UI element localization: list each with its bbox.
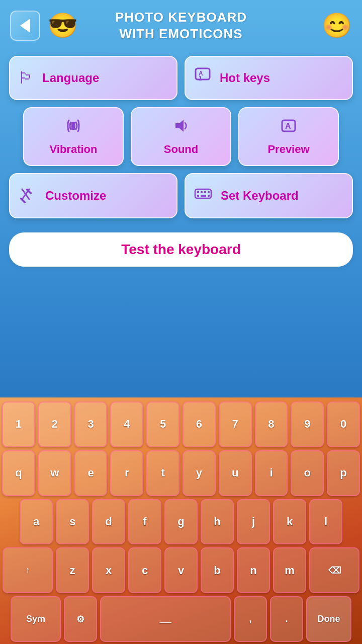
key-r[interactable]: r	[110, 450, 143, 496]
keyboard-row-numbers: 1 2 3 4 5 6 7 8 9 0	[2, 401, 360, 447]
vibration-button[interactable]: Vibration	[23, 107, 124, 166]
svg-rect-3	[71, 122, 75, 130]
test-keyboard-field[interactable]: Test the keyboard	[9, 232, 353, 267]
language-label: Language	[42, 71, 99, 85]
key-m[interactable]: m	[273, 547, 306, 593]
key-j[interactable]: j	[237, 499, 270, 545]
keyboard-row-asdf: a s d f g h j k l	[2, 499, 360, 545]
svg-marker-4	[175, 120, 184, 132]
svg-rect-16	[197, 195, 199, 197]
key-x[interactable]: x	[92, 547, 125, 593]
customize-button[interactable]: Customize	[9, 173, 177, 218]
key-b[interactable]: b	[201, 547, 234, 593]
app-title: PHOTO KEYBOARD WITH EMOTICONS	[115, 9, 247, 42]
key-n[interactable]: n	[237, 547, 270, 593]
key-1[interactable]: 1	[2, 401, 35, 447]
key-space[interactable]: ___	[100, 596, 231, 642]
key-d[interactable]: d	[92, 499, 125, 545]
sound-label: Sound	[164, 143, 198, 156]
set-keyboard-label: Set Keyboard	[221, 189, 299, 203]
keyboard-icon	[194, 184, 213, 207]
settings-area: 🏳 Language A 1 Hot keys	[0, 51, 362, 230]
key-t[interactable]: t	[146, 450, 179, 496]
sound-button[interactable]: Sound	[131, 107, 231, 166]
svg-rect-13	[201, 191, 203, 193]
key-f[interactable]: f	[128, 499, 161, 545]
keyboard-row-zxcv: ↑ z x c v b n m ⌫	[2, 547, 360, 593]
keyboard-row-qwerty: q w e r t y u i o p	[2, 450, 360, 496]
hotkeys-icon: A 1	[194, 67, 212, 89]
row-language-hotkeys: 🏳 Language A 1 Hot keys	[9, 56, 353, 100]
row-vibration-sound-preview: Vibration Sound A Preview	[9, 107, 353, 166]
key-u[interactable]: u	[219, 450, 252, 496]
key-gear[interactable]: ⚙	[64, 596, 97, 642]
back-button[interactable]	[10, 11, 40, 41]
key-6[interactable]: 6	[183, 401, 216, 447]
svg-text:A: A	[285, 122, 291, 130]
key-2[interactable]: 2	[38, 401, 71, 447]
emoji-sunglasses: 😎	[48, 12, 78, 40]
keyboard-area: 1 2 3 4 5 6 7 8 9 0 q w e r t y u i o p …	[0, 397, 362, 644]
svg-rect-17	[201, 195, 206, 197]
key-w[interactable]: w	[38, 450, 71, 496]
customize-label: Customize	[45, 189, 106, 203]
svg-text:1: 1	[199, 75, 202, 82]
key-o[interactable]: o	[291, 450, 324, 496]
key-3[interactable]: 3	[74, 401, 108, 447]
key-z[interactable]: z	[56, 547, 89, 593]
key-0[interactable]: 0	[327, 401, 360, 447]
app-header: 😎 PHOTO KEYBOARD WITH EMOTICONS 😊	[0, 0, 362, 51]
key-i[interactable]: i	[255, 450, 288, 496]
keyboard-rows: 1 2 3 4 5 6 7 8 9 0 q w e r t y u i o p …	[0, 397, 362, 644]
key-y[interactable]: y	[183, 450, 216, 496]
key-comma[interactable]: ,	[234, 596, 267, 642]
preview-label: Preview	[267, 143, 309, 156]
key-p[interactable]: p	[327, 450, 360, 496]
key-8[interactable]: 8	[255, 401, 288, 447]
back-arrow-icon	[20, 19, 30, 33]
key-v[interactable]: v	[164, 547, 198, 593]
preview-icon: A	[280, 117, 297, 138]
key-4[interactable]: 4	[110, 401, 143, 447]
key-a[interactable]: a	[20, 499, 53, 545]
key-done[interactable]: Done	[306, 596, 351, 642]
key-5[interactable]: 5	[146, 401, 179, 447]
keyboard-row-bottom: Sym ⚙ ___ , . Done	[2, 596, 360, 642]
key-period[interactable]: .	[270, 596, 303, 642]
key-s[interactable]: s	[56, 499, 89, 545]
sound-icon	[172, 117, 190, 138]
vibration-icon	[65, 117, 82, 138]
key-h[interactable]: h	[201, 499, 234, 545]
set-keyboard-button[interactable]: Set Keyboard	[185, 173, 353, 218]
test-keyboard-text: Test the keyboard	[121, 242, 241, 258]
key-backspace[interactable]: ⌫	[309, 547, 359, 593]
preview-button[interactable]: A Preview	[238, 107, 339, 166]
emoji-wink: 😊	[322, 12, 352, 40]
language-button[interactable]: 🏳 Language	[9, 56, 177, 100]
svg-rect-15	[208, 191, 210, 193]
customize-icon	[18, 184, 37, 207]
hot-keys-label: Hot keys	[220, 71, 270, 85]
flag-icon: 🏳	[18, 69, 34, 88]
key-shift[interactable]: ↑	[3, 547, 53, 593]
hot-keys-button[interactable]: A 1 Hot keys	[185, 56, 353, 100]
key-e[interactable]: e	[74, 450, 108, 496]
key-q[interactable]: q	[2, 450, 35, 496]
key-9[interactable]: 9	[291, 401, 324, 447]
svg-rect-12	[197, 191, 199, 193]
vibration-label: Vibration	[50, 143, 98, 156]
key-g[interactable]: g	[164, 499, 198, 545]
svg-rect-11	[195, 189, 211, 198]
key-7[interactable]: 7	[219, 401, 252, 447]
key-sym[interactable]: Sym	[11, 596, 61, 642]
svg-rect-14	[204, 191, 206, 193]
key-k[interactable]: k	[273, 499, 306, 545]
row-customize-setkb: Customize Set Keyboard	[9, 173, 353, 218]
svg-rect-18	[208, 195, 210, 197]
key-l[interactable]: l	[309, 499, 342, 545]
key-c[interactable]: c	[128, 547, 161, 593]
